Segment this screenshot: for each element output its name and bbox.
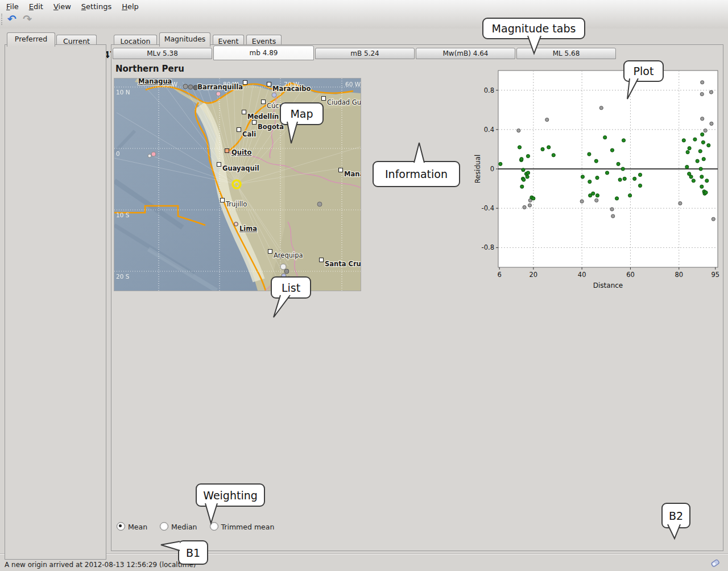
plot-point-unused[interactable] [710, 122, 713, 125]
plot-point-unused[interactable] [599, 106, 603, 110]
plot-point-used[interactable] [610, 148, 614, 152]
svg-text:0.8: 0.8 [484, 86, 494, 94]
plot-point-unused[interactable] [611, 214, 615, 218]
plot-point-used[interactable] [547, 146, 551, 149]
plot-point-used[interactable] [605, 171, 609, 175]
tab-preferred[interactable]: Preferred [7, 32, 55, 47]
plot-point-used[interactable] [552, 154, 555, 157]
plot-point-used[interactable] [526, 154, 530, 158]
plot-point-used[interactable] [526, 171, 530, 175]
radio-median[interactable] [160, 522, 168, 531]
plot-point-used[interactable] [633, 177, 636, 180]
menu-item-help[interactable]: Help [117, 1, 144, 13]
plot-point-used[interactable] [700, 175, 704, 179]
plot-point-used[interactable] [622, 139, 625, 142]
plot-point-used[interactable] [688, 147, 691, 150]
city-label-managua: Managua [138, 78, 172, 85]
plot-point-used[interactable] [617, 162, 620, 165]
plot-point-unused[interactable] [610, 208, 614, 211]
menu-item-file[interactable]: File [1, 1, 24, 13]
menubar: FileEditViewSettingsHelp [1, 1, 144, 13]
plot-point-used[interactable] [588, 152, 591, 156]
plot-point-used[interactable] [685, 165, 689, 168]
plot-point-unused[interactable] [679, 201, 682, 205]
plot-point-used[interactable] [522, 168, 525, 172]
plot-point-used[interactable] [699, 167, 702, 171]
tab-magnitudes[interactable]: Magnitudes [159, 32, 210, 47]
plot-point-used[interactable] [518, 146, 521, 149]
city-label-ciudad-gua: Ciudad Gua [327, 98, 361, 106]
plot-point-used[interactable] [698, 150, 702, 153]
plot-point-used[interactable] [618, 178, 622, 181]
plot-point-used[interactable] [595, 194, 599, 197]
plot-point-unused[interactable] [523, 205, 526, 209]
residual-plot[interactable]: 62040608095-0.8-0.400.40.8ResidualDistan… [472, 65, 722, 292]
plot-point-used[interactable] [621, 167, 624, 171]
plot-point-used[interactable] [628, 194, 632, 197]
menu-item-edit[interactable]: Edit [24, 1, 48, 13]
plot-point-used[interactable] [541, 147, 544, 151]
plot-point-unused[interactable] [517, 129, 520, 132]
plot-point-used[interactable] [707, 143, 710, 147]
plot-point-unused[interactable] [700, 92, 704, 96]
magnitude-map[interactable]: 90 W80 W70 W60 W10 N010 S20 SManaguaBarr… [114, 78, 361, 291]
plot-point-used[interactable] [700, 185, 704, 188]
svg-text:20 S: 20 S [116, 273, 130, 280]
magnitude-tab-mb[interactable]: mB 5.24 [315, 48, 415, 59]
connection-icon [710, 557, 721, 569]
svg-text:20: 20 [530, 271, 538, 279]
magnitude-tab-mlv[interactable]: MLv 5.38 [113, 48, 212, 59]
plot-point-used[interactable] [686, 150, 689, 154]
menu-item-view[interactable]: View [48, 1, 76, 13]
plot-point-used[interactable] [638, 184, 642, 187]
plot-point-used[interactable] [701, 140, 705, 144]
callout-tail [268, 295, 296, 320]
svg-text:-0.8: -0.8 [482, 243, 494, 251]
plot-point-unused[interactable] [709, 90, 713, 94]
plot-point-used[interactable] [520, 185, 524, 188]
plot-point-unused[interactable] [580, 200, 584, 203]
plot-point-used[interactable] [532, 197, 535, 200]
plot-point-used[interactable] [693, 138, 697, 141]
magnitude-tab-mw(mb)[interactable]: Mw(mB) 4.64 [416, 48, 515, 59]
city-label-santa-cruz: Santa Cruz [325, 260, 361, 268]
plot-point-used[interactable] [526, 175, 529, 179]
radio-mean[interactable] [117, 522, 125, 531]
plot-point-used[interactable] [692, 179, 695, 183]
plot-point-used[interactable] [623, 177, 626, 180]
plot-point-used[interactable] [638, 173, 642, 176]
forward-button[interactable]: ↷ [20, 13, 34, 26]
plot-point-used[interactable] [615, 197, 618, 200]
plot-point-used[interactable] [595, 176, 599, 179]
callout-tail [664, 524, 685, 541]
plot-point-used[interactable] [705, 179, 709, 183]
plot-point-used[interactable] [682, 139, 685, 142]
toolbar-handle[interactable] [1, 14, 4, 25]
plot-point-used[interactable] [588, 180, 592, 183]
plot-point-used[interactable] [581, 175, 584, 179]
plot-point-used[interactable] [704, 191, 708, 194]
plot-point-unused[interactable] [545, 118, 549, 121]
plot-point-used[interactable] [696, 159, 699, 163]
plot-point-unused[interactable] [595, 198, 598, 202]
svg-text:-0.4: -0.4 [482, 204, 494, 212]
menu-item-settings[interactable]: Settings [76, 1, 117, 13]
plot-point-used[interactable] [603, 136, 607, 139]
magnitude-tab-mb[interactable]: mb 4.89 [213, 45, 314, 60]
back-button[interactable]: ↶ [5, 13, 19, 26]
city-label-maracaibo: Maracaibo [272, 85, 311, 93]
plot-point-used[interactable] [520, 158, 523, 161]
plot-point-unused[interactable] [701, 81, 704, 84]
plot-point-used[interactable] [594, 159, 598, 163]
plot-point-unused[interactable] [701, 117, 704, 121]
plot-point-used[interactable] [689, 175, 693, 179]
svg-text:80: 80 [675, 271, 683, 279]
plot-point-unused[interactable] [528, 204, 531, 207]
plot-point-used[interactable] [701, 133, 704, 136]
plot-point-used[interactable] [592, 192, 595, 195]
plot-point-used[interactable] [499, 162, 502, 165]
plot-point-unused[interactable] [704, 129, 707, 132]
plot-point-used[interactable] [522, 178, 526, 181]
plot-point-used[interactable] [702, 158, 705, 161]
plot-point-unused[interactable] [712, 217, 715, 221]
